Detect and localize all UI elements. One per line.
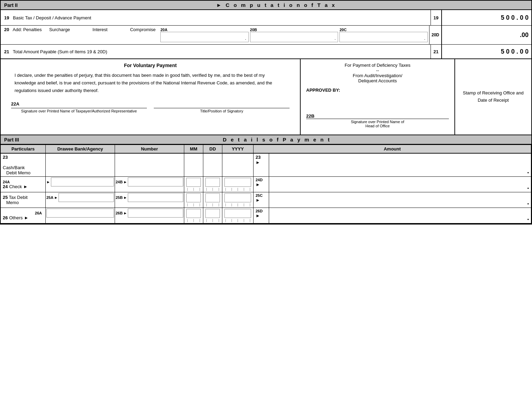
row24-drawee-input[interactable] xyxy=(51,177,114,186)
row26-mm-ticks: ||| xyxy=(186,219,201,222)
row25-yyyy-input[interactable] xyxy=(224,193,251,202)
row25-dd-wrap: ||| xyxy=(205,193,220,207)
row23-arrow: ► xyxy=(256,160,260,165)
row24-amount[interactable]: • xyxy=(269,177,531,192)
row20c-label: 20C xyxy=(339,28,428,32)
row26-mm[interactable]: ||| xyxy=(184,208,203,223)
row24-number-cell: 24B ► xyxy=(115,177,184,192)
approved-by: APPROVED BY: xyxy=(306,88,449,93)
row24-dd-wrap: ||| xyxy=(205,178,220,191)
row23-right-num: 23 xyxy=(256,155,260,160)
deficiency-sub1: -- xyxy=(376,68,379,73)
row25-dd-input[interactable] xyxy=(205,193,220,202)
row25b-label: 25B xyxy=(116,195,123,200)
row26b-input[interactable] xyxy=(128,209,183,218)
sig22b-line xyxy=(306,119,449,119)
row26-mm-input[interactable] xyxy=(186,209,201,218)
row20a-input-wrap[interactable]: . xyxy=(160,32,249,42)
row20a-dot: . xyxy=(245,36,246,41)
row24-d-arrow: ► xyxy=(256,182,260,187)
row24-number-input[interactable] xyxy=(128,177,183,186)
row25-mm[interactable]: ||| xyxy=(184,192,203,208)
row20-main: 20 Add: Penalties Surcharge Interest Com… xyxy=(4,27,156,32)
row26-amount[interactable]: • xyxy=(269,208,531,223)
row24-dd-input[interactable] xyxy=(205,178,220,187)
row25-sublabel: Memo xyxy=(3,200,19,205)
row20b-input-wrap[interactable]: . xyxy=(250,32,338,42)
row25-amount-input[interactable] xyxy=(271,195,529,204)
row24-arrow: ► xyxy=(23,184,28,189)
row20c-input-wrap[interactable]: . xyxy=(339,32,428,42)
row-24: 24A 24 Check ► ► 24B ► xyxy=(1,177,531,192)
header-dd: DD xyxy=(203,145,222,153)
row23-drawee xyxy=(46,154,115,176)
row24-mm-input[interactable] xyxy=(186,178,201,187)
row26-mm-wrap: ||| xyxy=(186,209,201,222)
row24-mm-wrap: ||| xyxy=(186,178,201,191)
deficiency-sub2: From Audit/Investigation/ xyxy=(353,73,402,78)
row20-label: Add: Penalties xyxy=(13,27,42,32)
row26-num: 26 xyxy=(3,215,8,220)
row24-drawee-inner: ► xyxy=(46,177,114,186)
row23-particulars: 23 Cash/Bank Debit Memo xyxy=(1,154,46,176)
row20b-block: 20B . xyxy=(250,28,338,42)
row24-particulars: 24A 24 Check ► xyxy=(1,177,46,192)
sig22a-area: 22A Signature over Printed Name of Taxpa… xyxy=(8,101,293,113)
row24-yyyy[interactable]: ||||| xyxy=(222,177,254,192)
row19-label: 19 Basic Tax / Deposit / Advance Payment xyxy=(1,14,431,22)
row26-yyyy-input[interactable] xyxy=(224,209,251,218)
row25a-input[interactable] xyxy=(59,193,114,202)
row20a-input[interactable] xyxy=(161,32,248,42)
row26-number-cell: 26B ► xyxy=(115,208,184,223)
part3-label: Part III xyxy=(4,137,19,143)
row23-mm xyxy=(184,154,203,176)
row24-amount-input[interactable] xyxy=(271,180,529,189)
row23-dd xyxy=(203,154,222,176)
stamp-text: Stamp of Receiving Office and Date of Re… xyxy=(459,90,528,104)
row25-mm-input[interactable] xyxy=(186,193,201,202)
row25-rightnum: 25C ► xyxy=(254,192,269,208)
row24-a-label: 24A xyxy=(3,180,10,184)
row26-amount-input[interactable] xyxy=(271,211,529,220)
part3-header: Part III D e t a i l s o f P a y m e n t xyxy=(1,135,531,145)
row23-amount[interactable]: • xyxy=(269,154,531,176)
row23-number xyxy=(115,154,184,176)
row23-yyyy xyxy=(222,154,254,176)
voluntary-payment-section: For Voluntary Payment I declare, under t… xyxy=(1,59,301,135)
row23-rightnum: 23 ► xyxy=(254,154,269,176)
row24d-label: 24D xyxy=(256,178,263,182)
row25-amount[interactable]: • xyxy=(269,192,531,208)
row26-yyyy[interactable]: ||||| xyxy=(222,208,254,223)
row25b-input[interactable] xyxy=(128,193,183,202)
row25a-label: 25A xyxy=(46,195,53,200)
row-21: 21 Total Amount Payable (Sum of Items 19… xyxy=(1,45,531,58)
row25-mm-wrap: ||| xyxy=(186,193,201,207)
row25-dd[interactable]: ||| xyxy=(203,192,222,208)
part2-label: Part II xyxy=(4,2,18,8)
row24-mm[interactable]: ||| xyxy=(184,177,203,192)
row20c-input[interactable] xyxy=(340,32,427,42)
row26d-label: 26D xyxy=(256,209,263,213)
deficiency-section: For Payment of Deficiency Taxes -- From … xyxy=(301,59,455,135)
row21-num: 21 xyxy=(4,49,9,54)
row-25: 25 Tax Debit Memo 25A ► 25B ► | xyxy=(1,192,531,208)
row24-dot: • xyxy=(527,186,529,191)
sig22b-desc2: Head of Office xyxy=(365,124,390,128)
row20b-label: 20B xyxy=(250,28,338,32)
header-mm: MM xyxy=(184,145,203,153)
row20-compromise: Compromise xyxy=(130,27,156,32)
row26-dot: • xyxy=(527,217,529,222)
row25-yyyy[interactable]: ||||| xyxy=(222,192,254,208)
row24-drawee-cell: ► xyxy=(46,177,115,192)
row24-dd[interactable]: ||| xyxy=(203,177,222,192)
row24-yyyy-input[interactable] xyxy=(224,178,251,187)
row26a-input[interactable] xyxy=(46,209,114,218)
row20b-input[interactable] xyxy=(250,32,338,42)
row26-dd[interactable]: ||| xyxy=(203,208,222,223)
part2-title: ► C o m p u t a t i o n o f T a x xyxy=(25,2,528,8)
row25-drawee-cell: 25A ► xyxy=(46,192,115,208)
row23-amount-input[interactable] xyxy=(271,161,529,169)
row20-labels: 20 Add: Penalties Surcharge Interest Com… xyxy=(1,26,159,44)
row26-dd-input[interactable] xyxy=(205,209,220,218)
sig22b-label: 22B xyxy=(306,113,449,119)
